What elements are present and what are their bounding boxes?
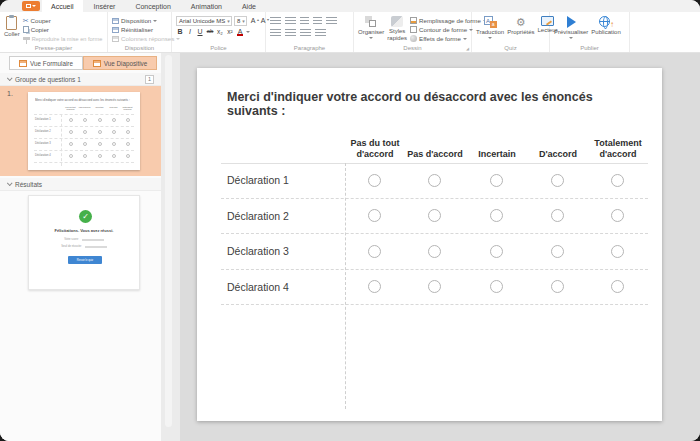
sidebar: Vue Formulaire Vue Diapositive Groupe de…: [0, 53, 180, 441]
tab-inserer[interactable]: Insérer: [85, 0, 125, 12]
align-center-icon[interactable]: [285, 29, 296, 37]
likert-column-header[interactable]: Incertain: [466, 124, 528, 160]
preview-button[interactable]: Prévisualiser: [554, 14, 588, 44]
shape-outline-icon: [410, 26, 417, 33]
radio-button[interactable]: [490, 245, 503, 258]
group-publish: Prévisualiser Publication Publier: [550, 12, 630, 52]
result-button: Revoir le quiz: [68, 256, 102, 264]
tab-aide[interactable]: Aide: [233, 0, 265, 12]
likert-column-header[interactable]: Pas d'accord: [404, 124, 466, 160]
answer-columns-button[interactable]: Colonnes réponses: [112, 34, 180, 43]
bullets-icon[interactable]: [270, 17, 281, 25]
justify-icon[interactable]: [315, 29, 326, 37]
line-spacing-icon[interactable]: [326, 17, 337, 25]
subscript-button[interactable]: x₂: [216, 27, 224, 36]
quick-styles-button[interactable]: Styles rapides: [387, 14, 407, 44]
tab-slide-view[interactable]: Vue Diapositive: [83, 56, 157, 70]
radio-button[interactable]: [551, 209, 564, 222]
align-right-icon[interactable]: [300, 29, 311, 37]
row-label[interactable]: Déclaration 3: [227, 245, 289, 257]
question-count-badge: 1: [145, 75, 154, 84]
group-font-label: Police: [172, 45, 265, 51]
gear-icon: [516, 16, 526, 28]
sidebar-scrollbar[interactable]: [165, 55, 172, 427]
translation-icon: A a: [484, 16, 497, 28]
superscript-button[interactable]: x²: [226, 27, 234, 36]
row-label[interactable]: Déclaration 4: [227, 281, 289, 293]
paste-button[interactable]: Coller: [4, 14, 20, 44]
radio-button[interactable]: [611, 174, 624, 187]
publication-button[interactable]: Publication: [591, 14, 620, 44]
chevron-down-icon: [369, 37, 373, 39]
properties-button[interactable]: Propriétés: [507, 14, 534, 44]
radio-button[interactable]: [490, 209, 503, 222]
reset-button[interactable]: Réinitialiser: [112, 25, 180, 34]
row-label[interactable]: Déclaration 1: [227, 174, 289, 186]
app-menu-button[interactable]: [22, 1, 40, 11]
results-header[interactable]: Résultats: [0, 178, 161, 191]
radio-button[interactable]: [551, 245, 564, 258]
radio-button[interactable]: [611, 245, 624, 258]
tab-conception[interactable]: Conception: [126, 0, 179, 12]
copy-button[interactable]: Copier: [23, 25, 103, 34]
align-left-icon[interactable]: [270, 29, 281, 37]
score-value-placeholder: [82, 239, 104, 241]
radio-button[interactable]: [368, 174, 381, 187]
numbering-icon[interactable]: [285, 17, 296, 25]
radio-button[interactable]: [611, 280, 624, 293]
radio-button[interactable]: [428, 280, 441, 293]
tab-animation[interactable]: Animation: [182, 0, 231, 12]
radio-button[interactable]: [551, 174, 564, 187]
radio-button[interactable]: [368, 245, 381, 258]
slide-thumbnail-item[interactable]: 1. Merci d'indiquer votre accord ou désa…: [0, 86, 161, 176]
radio-button[interactable]: [611, 209, 624, 222]
group-clipboard: Coller Couper Copier Reproduire la mise …: [0, 12, 108, 52]
view-tabs: Vue Formulaire Vue Diapositive: [9, 56, 157, 70]
cut-button[interactable]: Couper: [23, 16, 103, 25]
result-slide-thumbnail[interactable]: Félicitations. Vous avez réussi. Votre s…: [28, 195, 140, 290]
radio-button[interactable]: [551, 280, 564, 293]
quick-styles-icon: [391, 16, 403, 27]
increase-indent-icon[interactable]: [313, 17, 322, 25]
group-layout: Disposition Réinitialiser Colonnes répon…: [108, 12, 172, 52]
radio-button[interactable]: [428, 174, 441, 187]
strikethrough-button[interactable]: ab: [206, 27, 214, 36]
chevron-down-icon: [569, 37, 573, 39]
slide-thumbnail[interactable]: Merci d'indiquer votre accord ou désacco…: [28, 92, 140, 170]
group-quiz: A a Traduction Propriétés Lecteur Quiz: [472, 12, 550, 52]
arrange-button[interactable]: Organiser: [358, 14, 384, 44]
decrease-indent-icon[interactable]: [300, 17, 309, 25]
tab-form-view[interactable]: Vue Formulaire: [9, 56, 83, 70]
radio-button[interactable]: [428, 245, 441, 258]
font-name-select[interactable]: Arial Unicode MS: [176, 16, 232, 26]
slide-title[interactable]: Merci d'indiquer votre accord ou désacco…: [227, 90, 646, 118]
likert-column-header[interactable]: Pas du tout d'accord: [344, 124, 406, 160]
slide-editor[interactable]: Merci d'indiquer votre accord ou désacco…: [197, 68, 662, 421]
likert-column-header[interactable]: Totalement d'accord: [587, 124, 649, 160]
shape-fill-icon: [410, 17, 417, 24]
row-label[interactable]: Déclaration 2: [227, 210, 289, 222]
tab-accueil[interactable]: Accueil: [42, 0, 83, 12]
question-group-header[interactable]: Groupe de questions 1 1: [0, 73, 161, 86]
radio-button[interactable]: [490, 174, 503, 187]
font-color-button[interactable]: A: [236, 27, 244, 36]
copy-icon: [23, 26, 29, 33]
font-size-select[interactable]: 8: [234, 16, 247, 26]
italic-button[interactable]: I: [186, 27, 194, 36]
likert-row: Déclaration 3: [221, 234, 648, 270]
grow-font-button[interactable]: A: [249, 16, 257, 25]
layout-button[interactable]: Disposition: [112, 16, 180, 25]
likert-row: Déclaration 1: [221, 163, 648, 199]
underline-button[interactable]: U: [196, 27, 204, 36]
likert-column-header[interactable]: D'accord: [527, 124, 589, 160]
slide-view-icon: [93, 60, 101, 67]
bold-button[interactable]: B: [176, 27, 184, 36]
chevron-collapse-icon: [7, 75, 13, 81]
radio-button[interactable]: [428, 209, 441, 222]
translation-button[interactable]: A a Traduction: [476, 14, 504, 44]
slide-number: 1.: [7, 90, 13, 97]
radio-button[interactable]: [368, 209, 381, 222]
format-painter-button[interactable]: Reproduire la mise en forme: [23, 34, 103, 43]
radio-button[interactable]: [368, 280, 381, 293]
radio-button[interactable]: [490, 280, 503, 293]
